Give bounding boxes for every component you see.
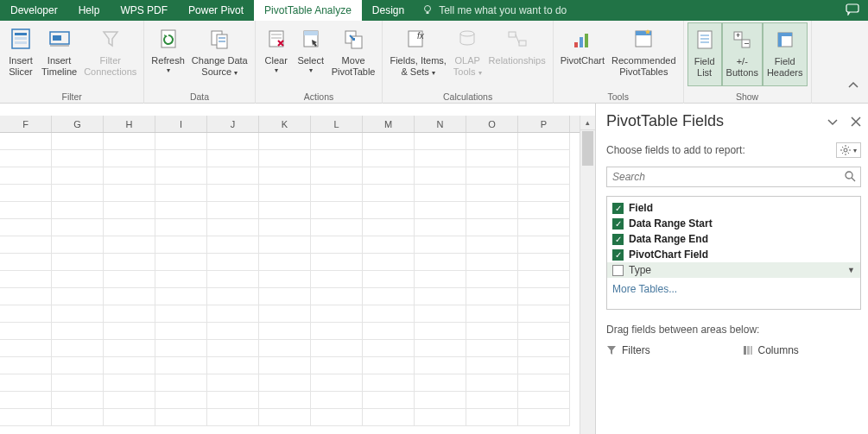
pivotchart-button[interactable]: PivotChart [557, 22, 608, 86]
cell[interactable] [104, 340, 155, 357]
cell[interactable] [207, 202, 259, 219]
cell[interactable] [466, 357, 518, 374]
cell[interactable] [518, 167, 570, 185]
cell[interactable] [52, 288, 104, 305]
cell[interactable] [207, 305, 259, 323]
cell[interactable] [363, 409, 415, 426]
tab-wps-pdf[interactable]: WPS PDF [110, 0, 178, 21]
tab-design[interactable]: Design [362, 0, 415, 21]
cell[interactable] [518, 185, 570, 202]
column-header[interactable]: G [52, 116, 104, 132]
cell[interactable] [259, 202, 311, 219]
insert-slicer-button[interactable]: Insert Slicer [3, 22, 38, 86]
cell[interactable] [311, 271, 363, 288]
cell[interactable] [415, 288, 466, 305]
column-header[interactable]: I [155, 116, 207, 132]
cell[interactable] [155, 167, 207, 185]
cell[interactable] [52, 374, 104, 392]
cell[interactable] [311, 236, 363, 254]
cell[interactable] [363, 202, 415, 219]
cell[interactable] [155, 288, 207, 305]
cell[interactable] [466, 409, 518, 426]
cell[interactable] [52, 133, 104, 150]
tab-power-pivot[interactable]: Power Pivot [178, 0, 254, 21]
refresh-button[interactable]: Refresh ▾ [148, 22, 188, 86]
cell[interactable] [311, 340, 363, 357]
cell[interactable] [207, 357, 259, 374]
cell[interactable] [259, 323, 311, 340]
cell[interactable] [155, 357, 207, 374]
cell[interactable] [259, 409, 311, 426]
cell[interactable] [363, 392, 415, 409]
cell[interactable] [52, 167, 104, 185]
field-item[interactable]: ✓Data Range Start [607, 216, 860, 231]
cell[interactable] [104, 392, 155, 409]
column-header[interactable]: K [259, 116, 311, 132]
cell[interactable] [363, 150, 415, 167]
tab-developer[interactable]: Developer [0, 0, 68, 21]
cell[interactable] [311, 409, 363, 426]
cell[interactable] [415, 374, 466, 392]
cell[interactable] [259, 150, 311, 167]
cell[interactable] [311, 357, 363, 374]
cell[interactable] [415, 305, 466, 323]
cell[interactable] [0, 219, 52, 236]
cell[interactable] [363, 167, 415, 185]
column-header[interactable]: J [207, 116, 259, 132]
cell[interactable] [207, 323, 259, 340]
insert-timeline-button[interactable]: Insert Timeline [38, 22, 80, 86]
cell[interactable] [52, 254, 104, 271]
cell[interactable] [0, 254, 52, 271]
cell[interactable] [466, 133, 518, 150]
cell[interactable] [104, 254, 155, 271]
cell[interactable] [155, 374, 207, 392]
cell[interactable] [518, 357, 570, 374]
cell[interactable] [466, 288, 518, 305]
cell[interactable] [104, 288, 155, 305]
cell[interactable] [0, 236, 52, 254]
cell[interactable] [207, 133, 259, 150]
column-header[interactable]: L [311, 116, 363, 132]
tell-me[interactable]: Tell me what you want to do [415, 0, 573, 21]
cell[interactable] [466, 254, 518, 271]
feedback-icon[interactable] [846, 3, 859, 16]
field-item[interactable]: Type▼ [607, 262, 860, 278]
spreadsheet-grid[interactable]: FGHIJKLMNOP ▴ [0, 104, 595, 434]
cell[interactable] [466, 236, 518, 254]
plus-minus-buttons-toggle[interactable]: +– +/- Buttons [722, 22, 763, 86]
scroll-thumb[interactable] [582, 131, 593, 166]
tab-pivottable-analyze[interactable]: PivotTable Analyze [254, 0, 362, 21]
cell[interactable] [259, 219, 311, 236]
column-header[interactable]: H [104, 116, 155, 132]
cell[interactable] [415, 236, 466, 254]
relationships-button[interactable]: Relationships [485, 22, 549, 86]
cell[interactable] [52, 357, 104, 374]
cell[interactable] [518, 323, 570, 340]
cell[interactable] [518, 340, 570, 357]
cell[interactable] [518, 219, 570, 236]
cell[interactable] [207, 254, 259, 271]
cell[interactable] [155, 323, 207, 340]
cell[interactable] [259, 133, 311, 150]
collapse-ribbon-button[interactable] [847, 80, 859, 89]
pane-collapse-button[interactable] [827, 116, 839, 127]
cell[interactable] [311, 305, 363, 323]
cell[interactable] [104, 305, 155, 323]
cell[interactable] [259, 236, 311, 254]
field-headers-toggle[interactable]: Field Headers [763, 22, 808, 86]
cell[interactable] [466, 340, 518, 357]
cell[interactable] [415, 219, 466, 236]
cell[interactable] [0, 305, 52, 323]
cell[interactable] [52, 150, 104, 167]
field-item[interactable]: ✓Field [607, 200, 860, 216]
cell[interactable] [104, 133, 155, 150]
cell[interactable] [311, 150, 363, 167]
scroll-up-button[interactable]: ▴ [580, 116, 595, 130]
cell[interactable] [0, 202, 52, 219]
cell[interactable] [311, 167, 363, 185]
clear-button[interactable]: Clear ▾ [259, 22, 294, 86]
cell[interactable] [207, 409, 259, 426]
cell[interactable] [311, 202, 363, 219]
cell[interactable] [466, 374, 518, 392]
move-pivottable-button[interactable]: Move PivotTable [328, 22, 379, 86]
